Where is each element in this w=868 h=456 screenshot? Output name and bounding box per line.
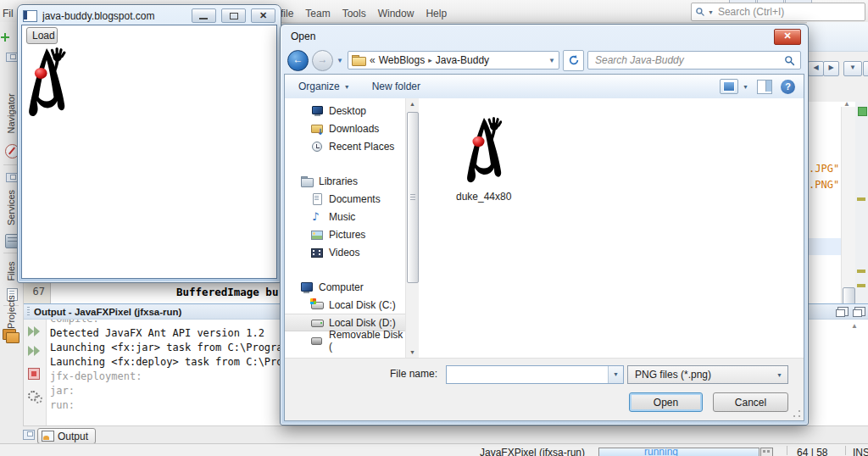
search-scope-chevron-icon[interactable]: ▼ — [708, 9, 714, 15]
editor-maximize-button[interactable]: ❐ — [863, 61, 868, 76]
nav-scrollbar[interactable]: ▲ ▼ — [405, 98, 419, 359]
breadcrumb-overflow[interactable]: « — [370, 54, 376, 66]
code-line[interactable]: BufferedImage bu — [51, 281, 278, 303]
file-list[interactable]: duke_44x80 — [419, 98, 804, 359]
menu-item[interactable]: Tools — [342, 8, 366, 19]
fx-titlebar[interactable]: java-buddy.blogspot.com ✕ — [23, 8, 275, 23]
views-button[interactable]: ▼ — [720, 79, 748, 94]
console-line: Detected JavaFX Ant API version 1.2 — [50, 326, 281, 341]
warning-mark[interactable] — [857, 284, 865, 287]
breadcrumb[interactable]: « WebBlogs ▸ Java-Buddy ▼ — [348, 51, 559, 70]
nav-item-label: Computer — [319, 281, 364, 293]
nav-item-label: Libraries — [319, 175, 358, 187]
nav-item-label: Pictures — [329, 229, 365, 241]
ant-settings-icon[interactable] — [28, 389, 41, 402]
nav-item-icon — [310, 192, 324, 206]
new-folder-button[interactable]: New folder — [372, 81, 420, 92]
organize-menu[interactable]: Organize▼ — [298, 81, 350, 92]
editor-scrollbar[interactable] — [841, 107, 855, 303]
file-item[interactable]: duke_44x80 — [456, 117, 510, 203]
dock-window-icon[interactable] — [23, 430, 35, 440]
file-type-select[interactable]: PNG files (*.png) ▼ — [627, 365, 788, 384]
warning-mark[interactable] — [857, 270, 865, 273]
output-body-right: ▲ — [807, 320, 868, 425]
editor-viewport[interactable]: .JPG" .PNG" ▲ — [807, 102, 868, 303]
address-dropdown-icon[interactable]: ▼ — [548, 57, 555, 64]
menu-item[interactable]: Help — [426, 8, 447, 19]
forward-button[interactable]: → — [312, 50, 333, 71]
minimize-panel-icon[interactable] — [854, 307, 865, 316]
output-console[interactable]: compile:Detected JavaFX Ant API version … — [47, 320, 281, 425]
ide-search-input[interactable] — [716, 5, 861, 19]
editor-tabband — [807, 22, 868, 52]
scrollbar-thumb[interactable] — [407, 112, 419, 283]
nav-item-label: Local Disk (C:) — [329, 299, 396, 311]
load-button[interactable]: Load — [26, 27, 58, 44]
line-number: 67 — [24, 281, 51, 303]
app-icon — [23, 10, 37, 22]
help-button[interactable]: ? — [781, 80, 795, 94]
panel-grip[interactable] — [27, 307, 30, 316]
chevron-down-icon: ▼ — [743, 84, 748, 90]
process-icon[interactable] — [760, 448, 773, 456]
ide-quick-search[interactable]: ▼ — [691, 3, 865, 21]
caret-position: 64 | 58 — [797, 447, 827, 456]
dock-window-icon[interactable] — [6, 173, 18, 182]
cancel-button[interactable]: Cancel — [713, 392, 788, 412]
open-button[interactable]: Open — [629, 392, 703, 412]
resize-grip[interactable] — [793, 409, 801, 418]
tab-list-dropdown-button[interactable]: ▼ — [843, 61, 862, 76]
scroll-up-icon[interactable]: ▲ — [406, 98, 419, 110]
menu-item[interactable]: Window — [378, 8, 415, 19]
nav-item-icon — [310, 122, 324, 136]
nav-item[interactable]: Videos — [285, 243, 405, 261]
nav-item[interactable]: Desktop — [285, 102, 405, 120]
file-name-label: duke_44x80 — [456, 191, 510, 203]
nav-item[interactable]: Downloads — [285, 120, 405, 137]
history-chevron-icon[interactable]: ▼ — [337, 57, 344, 64]
rerun-button[interactable] — [28, 326, 42, 336]
menu-item[interactable]: Team — [305, 8, 330, 19]
combo-dropdown-icon[interactable]: ▼ — [608, 366, 623, 383]
nav-item[interactable]: Documents — [285, 190, 405, 208]
menu-file-partial[interactable]: Fil — [3, 8, 14, 19]
rerun-debug-button[interactable] — [28, 346, 42, 356]
nav-item[interactable]: Computer — [285, 278, 405, 296]
warning-mark[interactable] — [857, 197, 865, 201]
float-window-icon[interactable] — [837, 307, 849, 316]
nav-item[interactable]: Local Disk (C:) — [285, 296, 405, 314]
output-header[interactable]: Output - JavaFXPixel (jfxsa-run) — [24, 303, 281, 320]
nav-item[interactable]: Pictures — [285, 225, 405, 243]
nav-item-icon — [310, 228, 324, 242]
stop-button[interactable] — [28, 368, 40, 380]
preview-pane-button[interactable] — [757, 80, 772, 94]
breadcrumb-item[interactable]: Java-Buddy — [436, 54, 489, 66]
breadcrumb-item[interactable]: WebBlogs — [379, 54, 425, 66]
breadcrumb-separator-icon[interactable]: ▸ — [428, 56, 432, 64]
dialog-search-input[interactable] — [593, 53, 784, 67]
nav-item[interactable]: Recent Places — [285, 137, 405, 155]
scroll-up-icon[interactable]: ▲ — [851, 322, 858, 330]
new-file-plus-icon[interactable] — [1, 33, 9, 42]
minimize-button[interactable] — [192, 8, 216, 23]
file-name-input[interactable] — [448, 368, 606, 381]
dock-window-icon[interactable] — [6, 53, 18, 62]
scroll-down-icon[interactable]: ▼ — [406, 347, 419, 359]
console-line: compile: — [50, 320, 281, 326]
tab-scroll-right-button[interactable]: ▶ — [823, 61, 839, 76]
close-button[interactable]: ✕ — [251, 8, 275, 23]
search-icon — [695, 7, 705, 17]
dialog-close-button[interactable]: ✕ — [774, 29, 801, 45]
file-name-combo[interactable]: ▼ — [446, 365, 624, 384]
refresh-button[interactable] — [563, 50, 584, 71]
nav-item[interactable]: Libraries — [285, 172, 405, 190]
back-button[interactable]: ← — [287, 50, 309, 71]
nav-item[interactable]: Removable Disk ( — [285, 331, 405, 349]
restore-button[interactable] — [221, 8, 246, 23]
menu-item[interactable]: file — [281, 8, 293, 19]
dialog-search-box[interactable] — [587, 51, 801, 70]
nav-item[interactable]: Music — [285, 208, 405, 225]
tab-output[interactable]: Output — [37, 428, 96, 444]
editor-current-line-highlight — [807, 238, 841, 255]
tab-scroll-left-button[interactable]: ◀ — [808, 61, 824, 76]
